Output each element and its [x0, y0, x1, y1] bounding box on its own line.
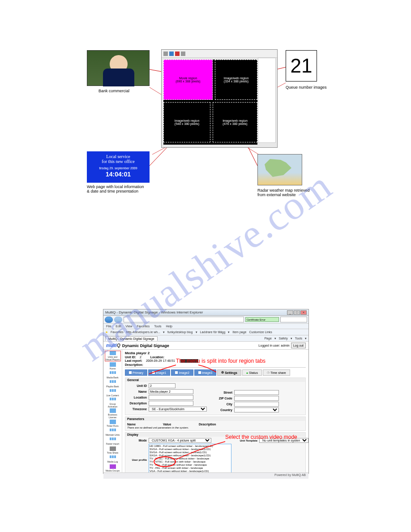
location-input[interactable] [149, 395, 193, 400]
sidebar-item-group-activation[interactable]: Group Activation [105, 398, 121, 408]
close-button[interactable]: × [300, 310, 307, 315]
image-web-region-1: Image/web region(334 x 388 pixels) [215, 60, 257, 100]
parameters-note: There are no defined unit parameters in … [127, 426, 304, 429]
fav-link-4[interactable]: Item page [232, 330, 246, 334]
fav-link-3[interactable]: Laddrare för tilägg [200, 330, 226, 334]
bank-caption: Bank commercial [98, 89, 129, 93]
country-select[interactable] [234, 408, 279, 412]
sidebar-item-license[interactable]: Business License [105, 408, 121, 419]
movie-region: Movie region(690 x 388 pixels) [163, 60, 213, 100]
sidebar-item-import[interactable]: Faster import [105, 437, 121, 446]
window-titlebar: MultiQ - Dynamic Digital Signage - Windo… [103, 309, 308, 316]
maximize-button[interactable]: □ [294, 310, 300, 315]
tab-primary[interactable]: Primary [125, 369, 147, 376]
unit-title: Media player 2 [125, 351, 306, 355]
figure-layout-diagram: Bank commercial Movie region(690 x 388 p… [81, 45, 331, 202]
sidebar-item-timeshare[interactable]: Time Share [105, 446, 121, 455]
image-web-region-3: Image/web region(476 x 380 pixels) [213, 102, 257, 142]
logout-button[interactable]: Log out [291, 343, 306, 348]
sidebar-item-medialog[interactable]: Media Log [105, 455, 121, 463]
menu-favorites[interactable]: Favorites [137, 325, 150, 328]
menu-edit[interactable]: Edit [116, 325, 121, 328]
image-web-region-2: Image/web region(548 x 380 pixels) [163, 102, 210, 142]
favorites-label: Favorites [111, 330, 124, 334]
local-info-webpage: Local servicefor this new office tirsdag… [87, 151, 150, 183]
sidebar-item-ticker[interactable]: Ticker Runs [105, 419, 121, 428]
queue-number-image: 21 [286, 50, 317, 82]
app-header: multiQ Dynamic Digital Signage Logged in… [103, 342, 308, 350]
sidebar-item-units[interactable]: Units and Virtual Players [105, 351, 121, 361]
toolbar-tools[interactable]: Tools [295, 337, 302, 340]
annotation-mode-arrow [174, 439, 227, 462]
annotation-mode: Select the custom video mode [225, 434, 297, 440]
unit-id-input[interactable] [149, 383, 176, 388]
forward-button[interactable] [114, 317, 122, 323]
page-tab[interactable]: MultiQ - Dynamic Digital Signage [105, 336, 158, 341]
app-logo: multiQ [106, 343, 120, 348]
tab-timeshare[interactable]: ◷Time share [263, 369, 290, 376]
general-heading: General [125, 378, 305, 382]
favorites-bar: ★ Favorites http-4developers.ie wh...▾ f… [103, 329, 308, 335]
browser-menubar: File Edit View Favorites Tools Help [103, 324, 308, 329]
parameters-heading: Parameters [125, 417, 305, 421]
menu-view[interactable]: View [125, 325, 132, 328]
certificate-warning[interactable]: Certificate Error [245, 317, 279, 322]
sidebar-item-media-bank[interactable]: Media Bank [105, 371, 121, 379]
timezone-select[interactable]: SE - Europe/Stockholm [149, 407, 207, 412]
fav-link-2[interactable]: funkydesktop blog [167, 330, 193, 334]
zip-input[interactable] [234, 396, 279, 401]
sidebar-item-mediagroups[interactable]: Media Groups [105, 464, 121, 472]
fav-link-1[interactable]: http-4developers.ie wh... [126, 330, 160, 334]
name-input[interactable] [149, 389, 193, 394]
toolbar-safety[interactable]: Safety [279, 337, 288, 340]
layout-editor-window: Movie region(690 x 388 pixels) Image/web… [161, 49, 278, 148]
radar-weather-map [257, 154, 302, 185]
description-input[interactable] [149, 401, 193, 406]
app-footer: Powered by MultiQ AB [103, 472, 308, 479]
menu-tools[interactable]: Tools [154, 325, 161, 328]
sidebar-item-home[interactable]: Home [105, 362, 121, 370]
menu-help[interactable]: Help [166, 325, 172, 328]
logged-in-text: Logged in user: admin [258, 344, 289, 347]
browser-tabbar: MultiQ - Dynamic Digital Signage Page▾ S… [103, 335, 308, 342]
city-input[interactable] [234, 402, 279, 407]
browser-window: MultiQ - Dynamic Digital Signage - Windo… [103, 309, 309, 474]
app-subtitle: Dynamic Digital Signage [122, 343, 169, 348]
sidebar: Units and Virtual Players Home Media Ban… [103, 350, 122, 472]
queue-caption: Queue number images [286, 85, 327, 90]
search-input[interactable] [280, 317, 307, 322]
url-input[interactable] [124, 317, 244, 322]
street-input[interactable] [234, 390, 279, 395]
minimize-button[interactable]: _ [287, 310, 293, 315]
back-button[interactable] [105, 317, 113, 323]
sidebar-item-maintain[interactable]: Maintain Units [105, 428, 121, 437]
sidebar-item-playlist-bank[interactable]: Playlist Bank [105, 380, 121, 388]
fav-link-5[interactable]: Customize Links [249, 330, 272, 334]
menu-file[interactable]: File [106, 325, 111, 328]
toolbar-page[interactable]: Page [264, 337, 271, 340]
clock-icon: ◷ [267, 371, 270, 374]
radar-caption: Radar weather map retrievedfrom external… [257, 188, 310, 197]
address-bar: Certificate Error [103, 316, 308, 324]
bank-commercial-image [87, 50, 150, 86]
window-title: MultiQ - Dynamic Digital Signage - Windo… [105, 310, 203, 314]
main-panel: Media player 2 Unit ID:2 Location: Last … [122, 350, 308, 472]
favorites-icon[interactable]: ★ [105, 330, 108, 334]
general-section: General Unit ID Name Location Descriptio… [125, 378, 306, 415]
annotation-tabs: The menu is split into four region tabs [176, 358, 265, 364]
parameters-section: Parameters NameValueDescription There ar… [125, 416, 306, 431]
annotation-mode-circle [154, 456, 176, 467]
sidebar-item-live-content[interactable]: Live Content [105, 389, 121, 397]
local-caption: Web page with local information& date an… [87, 184, 144, 193]
